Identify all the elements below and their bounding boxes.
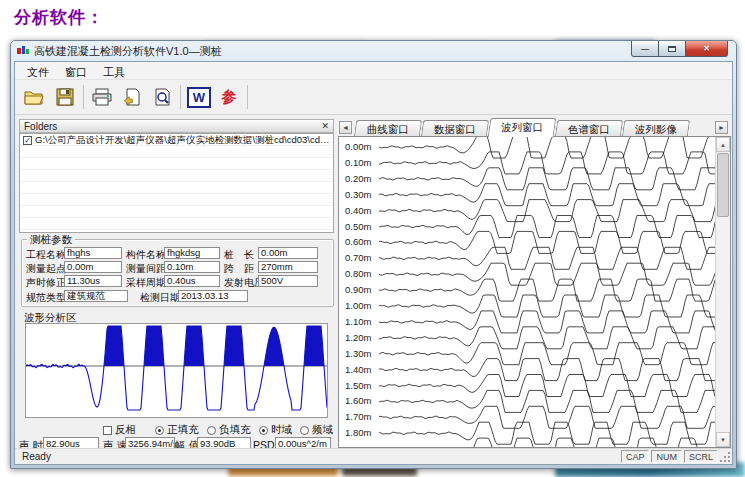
depth-label-12: 1.20m — [345, 332, 379, 343]
tab-bar: ◄ 曲线窗口数据窗口波列窗口色谱窗口波列影像 ► — [337, 117, 731, 137]
vertical-scrollbar[interactable]: ▲ ▼ — [715, 137, 730, 447]
close-button[interactable]: ✕ — [686, 41, 728, 57]
lock-indicator-1: NUM — [651, 450, 682, 463]
wave-train-trace — [379, 390, 723, 412]
wave-train-trace — [379, 311, 723, 333]
analysis-waveform — [26, 326, 327, 410]
folders-title: Folders — [24, 121, 57, 132]
lock-indicator-0: CAP — [621, 450, 650, 463]
param-label-1: 构件名称 — [126, 248, 166, 262]
positive-fill-radio[interactable]: 正填充 — [155, 423, 199, 437]
folder-item[interactable]: ✓ G:\公司产品设计开发\超声仪器\超声仪实地检测数据\测桩cd\cd03\c… — [20, 134, 333, 146]
param-label-2: 桩 长 — [224, 248, 254, 262]
print-icon — [91, 88, 113, 106]
radio-selected-icon[interactable] — [155, 426, 164, 435]
toolbar: W 参 — [15, 80, 732, 115]
word-report-button[interactable]: W — [184, 84, 214, 111]
depth-label-17: 1.70m — [345, 411, 379, 422]
scrollbar-thumb[interactable] — [717, 153, 729, 217]
maximize-icon — [668, 46, 676, 52]
depth-label-4: 0.40m — [345, 205, 379, 216]
depth-label-9: 0.90m — [345, 284, 379, 295]
wave-train-trace — [379, 279, 723, 301]
scroll-down-icon[interactable]: ▼ — [716, 432, 730, 447]
wave-train-trace — [379, 359, 723, 381]
wave-train-trace — [379, 343, 723, 365]
depth-label-13: 1.30m — [345, 348, 379, 359]
folders-header[interactable]: Folders ✕ — [19, 119, 334, 133]
folders-close-icon[interactable]: ✕ — [321, 121, 329, 131]
parameter-button[interactable]: 参 — [214, 84, 244, 111]
depth-label-15: 1.50m — [345, 380, 379, 391]
titlebar[interactable]: 高铁建混凝土检测分析软件V1.0—测桩 — ✕ — [11, 41, 736, 61]
negative-fill-radio[interactable]: 负填充 — [207, 423, 251, 437]
app-icon — [17, 45, 30, 57]
preview-button[interactable] — [147, 84, 177, 111]
analysis-waveform — [26, 326, 327, 366]
maximize-button[interactable] — [659, 41, 686, 57]
param-value-2[interactable]: 0.00m — [258, 247, 318, 259]
param-label-10: 检测日期 — [140, 291, 180, 305]
left-panel: Folders ✕ ✓ G:\公司产品设计开发\超声仪器\超声仪实地检测数据\测… — [17, 115, 337, 448]
wave-train-trace — [379, 152, 723, 174]
depth-label-14: 1.40m — [345, 364, 379, 375]
depth-label-5: 0.50m — [345, 221, 379, 232]
open-folder-icon — [24, 88, 46, 106]
param-value-7[interactable]: 0.40us — [164, 275, 220, 287]
save-icon — [56, 88, 74, 106]
tab-1[interactable]: 数据窗口 — [421, 120, 489, 137]
minimize-button[interactable]: — — [631, 41, 659, 57]
tab-4[interactable]: 波列影像 — [622, 120, 690, 137]
param-value-1[interactable]: fhgkdsg — [164, 247, 220, 259]
radio-selected-icon[interactable] — [259, 426, 268, 435]
radio-icon[interactable] — [300, 426, 309, 435]
page: 分析软件： 高铁建混凝土检测分析软件V1.0—测桩 — ✕ 文件窗口工具 — [0, 0, 745, 477]
wave-train-trace — [379, 168, 723, 190]
depth-label-1: 0.10m — [345, 157, 379, 168]
param-value-10[interactable]: 2013.03.13 — [178, 290, 248, 302]
print-button[interactable] — [87, 84, 117, 111]
param-value-0[interactable]: fhghs — [64, 247, 122, 259]
wave-train-trace — [379, 263, 723, 285]
tab-label-2: 波列窗口 — [501, 121, 543, 135]
invert-checkbox[interactable]: 反相 — [103, 423, 136, 437]
toolbar-separator — [83, 85, 84, 109]
tab-scroll-left-icon[interactable]: ◄ — [339, 121, 352, 134]
time-domain-label: 时域 — [271, 423, 292, 437]
scroll-up-icon[interactable]: ▲ — [716, 137, 730, 152]
tab-label-3: 色谱窗口 — [568, 123, 610, 137]
freq-domain-radio[interactable]: 频域 — [300, 423, 333, 437]
export-button[interactable] — [117, 84, 147, 111]
tab-2[interactable]: 波列窗口 — [488, 118, 557, 137]
wave-train-trace — [379, 247, 723, 269]
wave-train-area[interactable]: 0.00m0.10m0.20m0.30m0.40m0.50m0.60m0.70m… — [338, 136, 731, 448]
tab-label-0: 曲线窗口 — [367, 123, 409, 137]
pile-params-group: 测桩参数 工程名称fhghs构件名称fhgkdsg桩 长0.00m测量起点0.0… — [21, 239, 334, 307]
param-value-5[interactable]: 270mm — [258, 261, 318, 273]
depth-label-18: 1.80m — [345, 427, 379, 438]
radio-icon[interactable] — [207, 426, 216, 435]
param-value-9[interactable]: 建筑规范 — [64, 290, 128, 302]
folders-list[interactable]: ✓ G:\公司产品设计开发\超声仪器\超声仪实地检测数据\测桩cd\cd03\c… — [19, 133, 334, 233]
param-label-3: 测量起点 — [26, 262, 66, 276]
tab-scroll-right-icon[interactable]: ► — [715, 121, 728, 134]
wave-train-trace — [379, 137, 723, 158]
param-value-3[interactable]: 0.00m — [64, 261, 122, 273]
save-button[interactable] — [50, 84, 80, 111]
open-button[interactable] — [20, 84, 50, 111]
wave-train-trace — [379, 184, 723, 206]
param-value-8[interactable]: 500V — [258, 275, 318, 287]
param-value-6[interactable]: 11.30us — [64, 275, 122, 287]
waveform-plot[interactable] — [25, 323, 328, 418]
checkbox-checked-icon[interactable]: ✓ — [23, 136, 32, 145]
menu-bar: 文件窗口工具 — [15, 62, 732, 80]
resize-grip[interactable] — [719, 451, 731, 463]
checkbox-icon[interactable] — [103, 426, 112, 435]
depth-label-10: 1.00m — [345, 300, 379, 311]
wave-train-trace — [379, 375, 723, 397]
tab-0[interactable]: 曲线窗口 — [354, 120, 422, 137]
param-value-4[interactable]: 0.10m — [164, 261, 220, 273]
tab-3[interactable]: 色谱窗口 — [555, 120, 623, 137]
param-label-5: 跨 距 — [224, 262, 254, 276]
time-domain-radio[interactable]: 时域 — [259, 423, 292, 437]
